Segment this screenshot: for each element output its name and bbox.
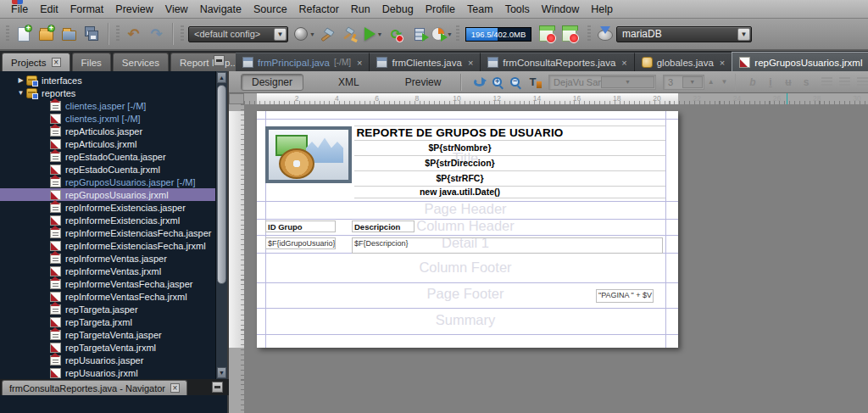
- tree-item[interactable]: clientes.jrxml [-/M]: [0, 112, 215, 125]
- param-direccion-field[interactable]: $P{strDireccion}: [354, 156, 665, 171]
- menu-item[interactable]: Window: [536, 2, 585, 17]
- redo-button[interactable]: ↷: [145, 23, 168, 46]
- editor-tab[interactable]: repGruposUsuarios.jrxml: [732, 53, 868, 71]
- panel-tab[interactable]: Projects ×: [2, 53, 70, 71]
- dropdown-arrow-icon[interactable]: [737, 28, 750, 41]
- menu-item[interactable]: Debug: [376, 2, 420, 17]
- scroll-up-icon[interactable]: [217, 72, 226, 83]
- tree-item[interactable]: repEstadoCuenta.jasper: [0, 150, 215, 163]
- compile-report-button[interactable]: [535, 23, 558, 46]
- tree-item[interactable]: repTargetaVenta.jasper: [0, 328, 215, 341]
- close-icon[interactable]: ×: [52, 58, 61, 67]
- toolbar-grip[interactable]: [456, 25, 459, 42]
- compile-report-alt-button[interactable]: [558, 23, 581, 46]
- tree-item[interactable]: repTargetaVenta.jrxml: [0, 341, 215, 354]
- run-project-button[interactable]: ▼: [362, 23, 385, 46]
- field-descripcion[interactable]: $F{Descripcion}: [352, 237, 663, 254]
- zoom-in-icon[interactable]: [491, 74, 504, 91]
- tree-item[interactable]: repEstadoCuenta.jrxml: [0, 163, 215, 176]
- dropdown-arrow-icon[interactable]: [274, 28, 287, 41]
- menu-item[interactable]: Edit: [34, 2, 64, 17]
- new-file-button[interactable]: [12, 23, 35, 46]
- editor-tab[interactable]: globales.java: [635, 53, 733, 71]
- tree-item[interactable]: repArticulos.jrxml: [0, 137, 215, 150]
- report-page[interactable]: Title Page Header Column Header Detail 1…: [257, 111, 678, 348]
- website-button[interactable]: ▼: [293, 23, 316, 46]
- menu-item[interactable]: Tools: [499, 2, 536, 17]
- menu-item[interactable]: Refactor: [293, 2, 345, 17]
- tree-item[interactable]: repInformeVentasFecha.jasper: [0, 277, 215, 290]
- menu-item[interactable]: Preview: [109, 2, 159, 17]
- build-project-button[interactable]: [316, 23, 339, 46]
- tree-item[interactable]: repInformeVentas.jasper: [0, 252, 215, 265]
- panel-tab[interactable]: Files: [72, 53, 111, 71]
- close-tab-icon[interactable]: [357, 58, 362, 68]
- tree-item[interactable]: repTargeta.jasper: [0, 303, 215, 315]
- tree-item[interactable]: repInformeVentasFecha.jrxml: [0, 290, 215, 303]
- tree-expander-icon[interactable]: [15, 76, 26, 84]
- column-header-descripcion[interactable]: Descripcion: [352, 220, 415, 232]
- navigator-tab[interactable]: frmConsultaReportes.java - Navigator ×: [2, 380, 187, 395]
- menu-item[interactable]: Profile: [420, 2, 461, 17]
- menu-item[interactable]: Navigate: [194, 2, 248, 17]
- report-logo-image[interactable]: [265, 126, 352, 183]
- tree-scrollbar[interactable]: [215, 71, 227, 379]
- tree-item[interactable]: clientes.jasper [-/M]: [0, 99, 215, 112]
- close-tab-icon[interactable]: [621, 58, 626, 68]
- config-select[interactable]: <default config>: [188, 26, 288, 42]
- undo-button[interactable]: ↶: [122, 23, 145, 46]
- tree-item[interactable]: repInformeExistenciasFecha.jrxml: [0, 239, 215, 252]
- design-canvas[interactable]: Title Page Header Column Header Detail 1…: [244, 104, 868, 413]
- open-project-button[interactable]: [58, 23, 81, 46]
- menu-item[interactable]: Help: [585, 2, 619, 17]
- scrollbar-thumb[interactable]: [217, 85, 226, 284]
- tree-item[interactable]: repInformeExistenciasFecha.jasper: [0, 226, 215, 239]
- column-header-id[interactable]: ID Grupo: [265, 220, 336, 232]
- memory-indicator[interactable]: 196.5/402.0MB: [465, 27, 531, 42]
- toolbar-grip[interactable]: [181, 25, 184, 42]
- database-filter-button[interactable]: [593, 23, 616, 46]
- menu-item[interactable]: View: [159, 2, 194, 17]
- view-toggle-button[interactable]: Preview: [394, 74, 453, 91]
- tree-item[interactable]: repUsuarios.jasper: [0, 354, 215, 366]
- format-tool-icon[interactable]: T: [526, 74, 539, 91]
- tree-item[interactable]: repInformeExistencias.jrxml: [0, 214, 215, 226]
- tree-item[interactable]: repArticulos.jasper: [0, 125, 215, 137]
- toolbar-grip[interactable]: [587, 25, 591, 42]
- date-expression-field[interactable]: new java.util.Date(): [354, 187, 665, 198]
- debug-project-button[interactable]: [408, 23, 431, 46]
- toolbar-grip[interactable]: [116, 25, 120, 42]
- param-rfc-field[interactable]: $P{strRFC}: [354, 171, 665, 187]
- tree-item[interactable]: repInformeVentas.jrxml: [0, 265, 215, 277]
- report-title-field[interactable]: REPORTE DE GRUPOS DE USUARIO: [354, 126, 665, 141]
- editor-tab[interactable]: frmClientes.java: [370, 53, 481, 71]
- zoom-out-icon[interactable]: [509, 74, 521, 91]
- view-toggle-button[interactable]: XML: [327, 74, 370, 91]
- profile-project-button[interactable]: ▼: [431, 23, 453, 46]
- close-tab-icon[interactable]: [720, 58, 725, 68]
- menu-item[interactable]: Team: [461, 2, 499, 17]
- view-toggle-button[interactable]: Designer: [241, 74, 303, 91]
- editor-tab[interactable]: frmPrincipal.java [-/M]: [236, 53, 370, 71]
- tree-item[interactable]: interfaces: [0, 74, 215, 87]
- tree-expander-icon[interactable]: [15, 89, 26, 97]
- tree-item[interactable]: repInformeExistencias.jasper: [0, 201, 215, 214]
- tree-item[interactable]: repUsuarios.jrxml: [0, 366, 215, 379]
- tree-item[interactable]: reportes: [0, 87, 215, 99]
- param-nombre-field[interactable]: $P{strNombre}: [354, 141, 665, 156]
- page-number-field[interactable]: "PAGINA " + $V: [596, 289, 654, 303]
- tree-item[interactable]: repGruposUsuarios.jrxml: [0, 188, 215, 201]
- clean-build-button[interactable]: [339, 23, 362, 46]
- close-icon[interactable]: ×: [170, 383, 180, 393]
- scroll-down-icon[interactable]: [217, 367, 226, 378]
- menu-item[interactable]: Run: [345, 2, 376, 17]
- db-connection-select[interactable]: mariaDB: [616, 26, 752, 42]
- minimize-navigator-button[interactable]: [212, 382, 223, 393]
- menu-item[interactable]: Format: [64, 2, 110, 17]
- new-project-button[interactable]: [35, 23, 58, 46]
- compile-report-icon[interactable]: [473, 74, 486, 91]
- tree-item[interactable]: repTargeta.jrxml: [0, 315, 215, 328]
- rerun-button[interactable]: ⟳: [385, 23, 408, 46]
- toolbar-grip[interactable]: [6, 25, 9, 42]
- editor-tab[interactable]: frmConsultaReportes.java: [481, 53, 634, 71]
